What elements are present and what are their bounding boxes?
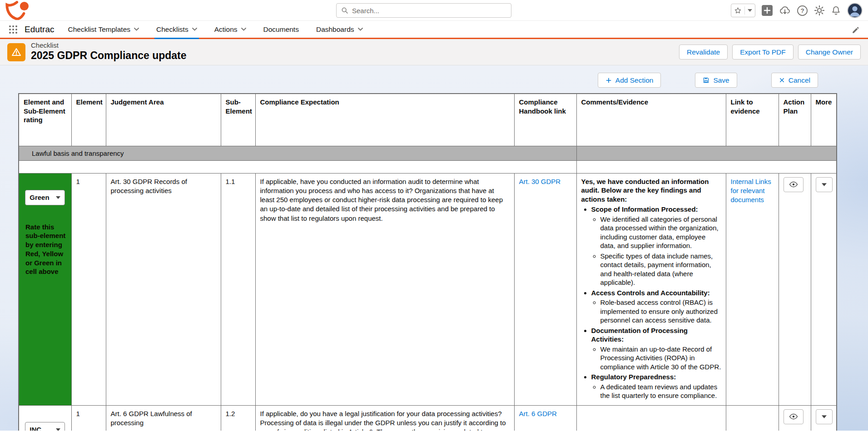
- export-to-pdf-button[interactable]: Export To PDF: [732, 45, 794, 60]
- record-actions: Revalidate Export To PDF Change Owner: [679, 45, 861, 60]
- handbook-link[interactable]: Art. 6 GDPR: [519, 410, 557, 417]
- tab-label: Checklist Templates: [68, 25, 130, 34]
- table-header-row: Element and Sub-Element rating Element J…: [19, 94, 837, 146]
- app-navigation: Edutrac Checklist Templates Checklists A…: [0, 21, 868, 39]
- sub-element-cell: 1.1: [221, 173, 255, 405]
- sub-element-cell: 1.2: [221, 405, 255, 431]
- cancel-label: Cancel: [789, 76, 810, 84]
- col-header-compliance-expectation: Compliance Expectation: [255, 94, 514, 146]
- cancel-button[interactable]: Cancel: [771, 73, 818, 88]
- chevron-down-icon[interactable]: [192, 28, 197, 31]
- user-avatar[interactable]: [847, 3, 863, 18]
- handbook-link[interactable]: Art. 30 GDPR: [519, 178, 561, 185]
- help-icon[interactable]: ?: [797, 5, 808, 16]
- col-header-handbook-link: Compliance Handbook link: [514, 94, 576, 146]
- plus-icon: [605, 77, 612, 84]
- tab-actions[interactable]: Actions: [214, 21, 246, 38]
- close-icon: [779, 77, 785, 83]
- star-icon: [734, 7, 742, 15]
- global-search[interactable]: [336, 3, 511, 18]
- tab-label: Documents: [263, 25, 299, 34]
- save-button[interactable]: Save: [695, 73, 737, 88]
- comments-bullet: Regulatory Preparedness: A dedicated tea…: [591, 372, 721, 400]
- app-launcher-button[interactable]: [8, 21, 18, 38]
- rating-select[interactable]: Green: [25, 190, 65, 205]
- save-label: Save: [713, 76, 729, 84]
- comments-sub-bullet: A dedicated team reviews and updates the…: [600, 382, 721, 400]
- rating-instructions: Rate this sub-element by entering Red, Y…: [25, 223, 67, 277]
- tab-checklists[interactable]: Checklists: [156, 21, 197, 38]
- empty-cell: [576, 160, 837, 173]
- empty-cell: [19, 160, 576, 173]
- col-header-link-to-evidence: Link to evidence: [726, 94, 779, 146]
- page-header: Checklist 2025 GDPR Compliance update Re…: [0, 39, 868, 65]
- col-header-comments-evidence: Comments/Evidence: [576, 94, 726, 146]
- checklist-table: Element and Sub-Element rating Element J…: [18, 93, 837, 431]
- chevron-down-icon[interactable]: [241, 28, 246, 31]
- link-to-evidence-cell: Internal Links for relevant documents: [726, 173, 779, 405]
- divider: [744, 6, 745, 15]
- judgement-area-cell: Art. 30 GDPR Records of processing activ…: [106, 173, 221, 405]
- row-more-button[interactable]: [816, 177, 833, 192]
- global-header: ?: [0, 0, 868, 21]
- rating-select[interactable]: INC: [25, 422, 65, 431]
- change-owner-button[interactable]: Change Owner: [798, 45, 861, 60]
- action-plan-button[interactable]: [784, 409, 804, 424]
- link-to-evidence-cell: [726, 405, 779, 431]
- col-header-rating: Element and Sub-Element rating: [19, 94, 71, 146]
- action-plan-button[interactable]: [784, 177, 804, 192]
- compliance-expectation-cell: If applicable, do you have a legal justi…: [255, 405, 514, 431]
- row-more-button[interactable]: [816, 409, 833, 424]
- chevron-down-icon[interactable]: [358, 28, 363, 31]
- tab-dashboards[interactable]: Dashboards: [316, 21, 363, 38]
- comments-bullet: Scope of Information Processed: We ident…: [591, 205, 721, 287]
- rating-cell: Green Rate this sub-element by entering …: [19, 173, 71, 405]
- app-name: Edutrac: [25, 21, 54, 38]
- col-header-element: Element: [71, 94, 106, 146]
- setup-gear-icon[interactable]: [814, 5, 825, 16]
- comments-bullet: Access Controls and Accountability: Role…: [591, 288, 721, 325]
- more-cell: [811, 405, 837, 431]
- evidence-link[interactable]: Internal Links for relevant documents: [731, 178, 771, 204]
- caret-down-icon: [822, 415, 827, 418]
- favorites-control[interactable]: [731, 4, 755, 17]
- judgement-area-cell: Art. 6 GDPR Lawfulness of processing: [106, 405, 221, 431]
- add-section-button[interactable]: Add Section: [598, 73, 661, 88]
- svg-text:?: ?: [800, 7, 804, 14]
- col-header-judgement-area: Judgement Area: [106, 94, 221, 146]
- element-cell: 1: [71, 405, 106, 431]
- save-icon: [703, 77, 709, 84]
- action-plan-cell: [779, 173, 811, 405]
- col-header-more: More: [811, 94, 837, 146]
- checklist-table-container: Element and Sub-Element rating Element J…: [18, 93, 836, 431]
- eye-icon: [789, 181, 798, 188]
- comments-list: Scope of Information Processed: We ident…: [581, 205, 721, 400]
- tab-documents[interactable]: Documents: [263, 21, 299, 38]
- search-input[interactable]: [352, 7, 506, 15]
- col-header-action-plan: Action Plan: [779, 94, 811, 146]
- section-row-spacer: [576, 146, 837, 160]
- rating-value: Green: [30, 194, 49, 201]
- tab-label: Checklists: [156, 25, 188, 34]
- eye-icon: [789, 413, 798, 420]
- comments-sub-bullet: We maintain an up-to-date Record of Proc…: [600, 345, 721, 372]
- comments-evidence-cell: Yes, we have conducted an information au…: [576, 173, 726, 405]
- cloud-download-icon[interactable]: [779, 5, 791, 16]
- section-title[interactable]: Lawful basis and transparency: [19, 146, 576, 160]
- action-plan-cell: [779, 405, 811, 431]
- checklist-toolbar: Add Section Save Cancel: [0, 65, 868, 93]
- global-create-button[interactable]: [761, 5, 773, 16]
- caret-down-icon: [56, 196, 60, 199]
- comments-sub-bullet: We identified all categories of personal…: [600, 215, 721, 250]
- table-row: Green Rate this sub-element by entering …: [19, 173, 837, 405]
- edit-page-pencil-icon[interactable]: [852, 21, 860, 39]
- add-section-label: Add Section: [615, 76, 654, 84]
- notifications-bell-icon[interactable]: [831, 5, 841, 16]
- chevron-down-icon[interactable]: [134, 28, 139, 31]
- compliance-expectation-cell: If applicable, have you conducted an inf…: [255, 173, 514, 405]
- more-cell: [811, 173, 837, 405]
- revalidate-button[interactable]: Revalidate: [679, 45, 728, 60]
- brand-logo: [5, 1, 33, 20]
- brand-logo-icon: [5, 1, 33, 20]
- tab-checklist-templates[interactable]: Checklist Templates: [68, 21, 139, 38]
